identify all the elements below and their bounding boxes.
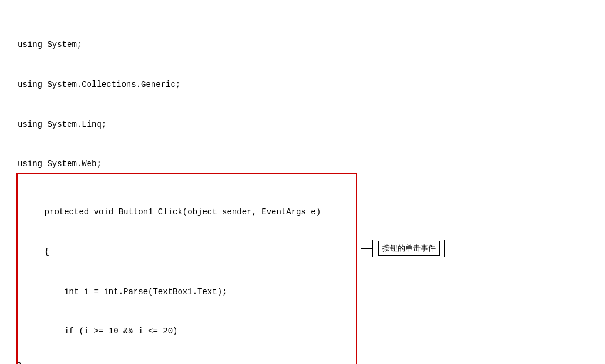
code-line-highlight: if (i >= 10 && i <= 20) xyxy=(25,325,349,338)
page-container: using System; using System.Collections.G… xyxy=(0,0,605,364)
bracket-left xyxy=(372,240,377,257)
code-line-highlight: { xyxy=(25,245,349,259)
code-line: } xyxy=(18,360,38,364)
code-line: using System.Web; xyxy=(18,157,587,171)
annotation-container: 按钮的单击事件 xyxy=(361,240,445,257)
highlighted-code-section: protected void Button1_Click(object send… xyxy=(16,173,357,364)
code-line-highlight: protected void Button1_Click(object send… xyxy=(25,205,349,219)
annotation-label: 按钮的单击事件 xyxy=(378,241,440,256)
bracket-right xyxy=(440,240,445,257)
connector-line xyxy=(361,248,372,249)
code-line: using System.Linq; xyxy=(18,118,587,132)
code-line: using System.Collections.Generic; xyxy=(18,78,587,92)
annotation-bracket: 按钮的单击事件 xyxy=(372,240,445,257)
code-line: using System; xyxy=(18,38,587,52)
highlighted-code-block: protected void Button1_Click(object send… xyxy=(25,179,349,364)
code-closing: } xyxy=(18,333,38,364)
code-line-highlight: int i = int.Parse(TextBox1.Text); xyxy=(25,285,349,299)
